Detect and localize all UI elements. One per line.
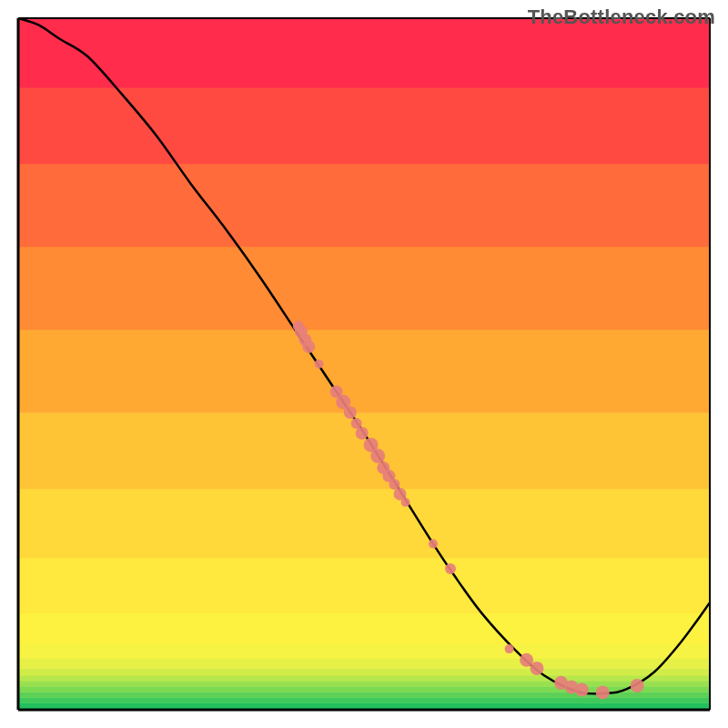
gradient-band — [18, 681, 710, 687]
gradient-band — [18, 558, 710, 613]
data-point — [302, 340, 315, 353]
data-point — [344, 406, 357, 419]
gradient-background — [18, 18, 710, 711]
gradient-band — [18, 489, 710, 559]
gradient-band — [18, 412, 710, 489]
data-point — [505, 644, 514, 653]
data-point — [315, 359, 324, 369]
data-point — [575, 682, 589, 696]
gradient-band — [18, 675, 710, 682]
gradient-band — [18, 613, 710, 645]
gradient-band — [18, 329, 710, 413]
gradient-band — [18, 87, 710, 164]
gradient-band — [18, 164, 710, 248]
gradient-band — [18, 247, 710, 330]
bottleneck-chart — [0, 0, 728, 728]
data-point — [370, 449, 385, 463]
data-point — [356, 427, 369, 440]
data-point — [596, 686, 610, 700]
data-point — [401, 498, 410, 507]
gradient-band — [18, 668, 710, 675]
data-point — [445, 563, 456, 574]
gradient-band — [18, 644, 710, 659]
gradient-band — [18, 658, 710, 669]
data-point — [531, 662, 544, 675]
watermark-text: TheBottleneck.com — [528, 5, 715, 29]
data-point — [631, 679, 644, 693]
chart-container: TheBottleneck.com — [0, 0, 728, 728]
data-point — [429, 540, 438, 549]
